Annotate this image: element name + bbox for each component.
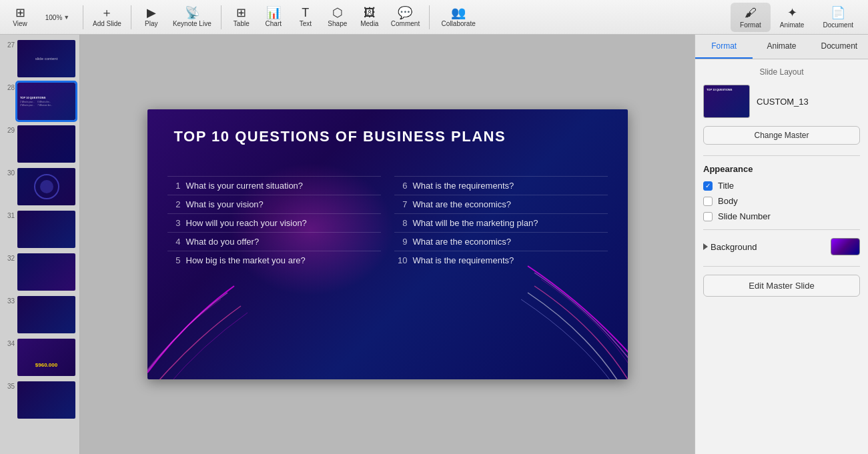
slide-title: TOP 10 QUESTIONS OF BUSINESS PLANS xyxy=(174,128,601,145)
slide-canvas: TOP 10 QUESTIONS OF BUSINESS PLANS 1 Wha… xyxy=(147,109,628,379)
keynote-live-button[interactable]: 📡 Keynote Live xyxy=(169,3,215,32)
zoom-button[interactable]: 100% ▼ xyxy=(37,3,77,32)
slide-item[interactable]: 29 xyxy=(0,123,79,165)
item-text: What is the requirements? xyxy=(413,181,514,191)
slide-thumbnail xyxy=(17,253,75,291)
slide-number: 32 xyxy=(4,253,15,262)
collaborate-button[interactable]: 👥 Collaborate xyxy=(435,3,482,32)
background-triangle-icon xyxy=(703,243,708,250)
slide-content: 1 What is your current situation? 2 What… xyxy=(147,169,628,379)
change-master-label: Change Master xyxy=(754,131,809,140)
title-checkbox[interactable] xyxy=(703,181,713,191)
add-slide-button[interactable]: ＋ Add Slide xyxy=(89,3,125,32)
body-checkbox[interactable] xyxy=(703,197,713,206)
slide-item[interactable]: 33 xyxy=(0,293,79,336)
document-tab-label: Document xyxy=(823,21,853,29)
slide-number: 28 xyxy=(4,83,15,91)
change-master-button[interactable]: Change Master xyxy=(703,126,860,145)
item-text: What do you offer? xyxy=(186,237,260,247)
text-icon: T xyxy=(302,7,309,19)
sep-2 xyxy=(131,5,131,29)
view-button[interactable]: ⊞ View xyxy=(5,3,35,32)
panel-tab-format[interactable]: Format xyxy=(695,35,753,59)
item-text: What are the economics? xyxy=(413,199,511,209)
thumb-content xyxy=(45,269,48,275)
text-button[interactable]: T Text xyxy=(291,3,320,32)
tab-document[interactable]: 📄 Document xyxy=(813,3,863,32)
item-number: 8 xyxy=(394,218,408,228)
document-icon: 📄 xyxy=(831,5,845,20)
slide-number: 31 xyxy=(4,211,15,219)
collaborate-icon: 👥 xyxy=(451,7,466,19)
shape-button[interactable]: ⬡ Shape xyxy=(323,3,352,32)
item-number: 5 xyxy=(167,255,181,265)
canvas-area[interactable]: TOP 10 QUESTIONS OF BUSINESS PLANS 1 Wha… xyxy=(80,35,695,454)
list-item: 7 What are the economics? xyxy=(394,195,608,213)
item-number: 6 xyxy=(394,181,408,191)
list-item: 10 What is the requirements? xyxy=(394,251,608,269)
divider-1 xyxy=(703,155,860,156)
panel-tab-animate[interactable]: Animate xyxy=(753,35,810,59)
background-section: Background xyxy=(703,238,860,255)
slide-item[interactable]: 35 xyxy=(0,379,79,421)
item-number: 1 xyxy=(167,181,181,191)
play-label: Play xyxy=(145,20,157,27)
item-number: 10 xyxy=(394,255,408,265)
slide-item[interactable]: 34 $960.000 xyxy=(0,336,79,379)
item-number: 4 xyxy=(167,237,181,247)
slide-item[interactable]: 31 xyxy=(0,208,79,251)
thumb-content xyxy=(45,227,48,232)
divider-3 xyxy=(703,266,860,267)
slide-thumbnail xyxy=(17,168,75,205)
format-tab-text: Format xyxy=(711,41,737,51)
animate-tab-text: Animate xyxy=(767,41,796,51)
panel-tab-document[interactable]: Document xyxy=(811,35,868,59)
item-text: What is the requirements? xyxy=(413,255,514,265)
body-label: Body xyxy=(718,196,738,206)
slide-left-column: 1 What is your current situation? 2 What… xyxy=(167,176,381,366)
edit-master-button[interactable]: Edit Master Slide xyxy=(703,275,860,297)
slide-thumbnail: slide content xyxy=(17,40,75,77)
table-label: Table xyxy=(234,20,250,27)
sep-3 xyxy=(221,5,222,29)
layout-name: CUSTOM_13 xyxy=(757,97,809,107)
toolbar: ⊞ View 100% ▼ ＋ Add Slide ▶ Play 📡 Keyno… xyxy=(0,0,868,35)
slide-number: 35 xyxy=(4,381,15,390)
title-label: Title xyxy=(718,181,734,191)
slide-number: 29 xyxy=(4,125,15,134)
item-number: 2 xyxy=(167,199,181,209)
slide-number: 27 xyxy=(4,40,15,49)
list-item: 6 What is the requirements? xyxy=(394,176,608,195)
chart-label: Chart xyxy=(266,20,282,27)
main-area: 27 slide content 28 TOP 10 QUESTIONS 1 W… xyxy=(0,35,868,454)
list-item: 1 What is your current situation? xyxy=(167,176,381,195)
tab-format[interactable]: 🖌 Format xyxy=(731,3,771,32)
play-button[interactable]: ▶ Play xyxy=(137,3,166,32)
media-button[interactable]: 🖼 Media xyxy=(355,3,384,32)
comment-icon: 💬 xyxy=(398,7,412,19)
list-item: 4 What do you offer? xyxy=(167,232,381,251)
shape-icon: ⬡ xyxy=(332,7,343,19)
list-item: 8 What will be the marketing plan? xyxy=(394,213,608,232)
keynote-live-label: Keynote Live xyxy=(173,20,211,27)
slide-item[interactable]: 32 xyxy=(0,251,79,293)
background-label-wrapper: Background xyxy=(703,242,757,252)
slide-number-checkbox[interactable] xyxy=(703,212,713,221)
text-label: Text xyxy=(300,20,312,27)
slide-item[interactable]: 30 xyxy=(0,165,79,208)
keynote-live-icon: 📡 xyxy=(185,7,199,19)
slide-item[interactable]: 27 slide content xyxy=(0,37,79,80)
slide-item[interactable]: 28 TOP 10 QUESTIONS 1 What is your... 6 … xyxy=(0,80,79,123)
thumb-content xyxy=(45,397,48,403)
slide-thumbnail xyxy=(17,125,75,163)
slide-number: 33 xyxy=(4,296,15,305)
tab-animate[interactable]: ✦ Animate xyxy=(771,3,814,32)
appearance-slide-number-item: Slide Number xyxy=(703,211,860,221)
item-number: 9 xyxy=(394,237,408,247)
comment-button[interactable]: 💬 Comment xyxy=(387,3,424,32)
background-swatch[interactable] xyxy=(831,238,860,255)
table-button[interactable]: ⊞ Table xyxy=(227,3,256,32)
chart-button[interactable]: 📊 Chart xyxy=(259,3,288,32)
add-slide-label: Add Slide xyxy=(93,20,121,27)
layout-preview: TOP 10 QUESTIONS CUSTOM_13 xyxy=(703,85,860,118)
